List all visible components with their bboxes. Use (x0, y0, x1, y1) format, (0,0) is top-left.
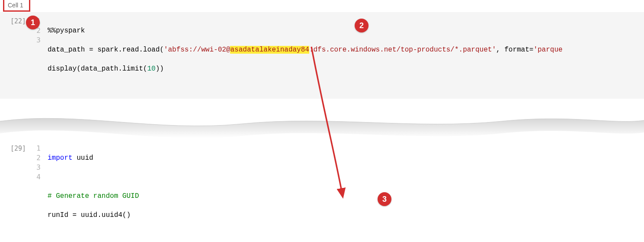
cell-mid-code[interactable]: import uuid # Generate random GUID runId… (48, 144, 644, 239)
code-line (48, 172, 644, 182)
wave-separator (0, 112, 644, 142)
code-line: %%pyspark (48, 26, 644, 35)
code-line: import uuid (48, 153, 644, 163)
cell-mid-code-block[interactable]: [29] 1 2 3 4 import uuid # Generate rand… (0, 139, 644, 242)
callout-2: 2 (355, 19, 368, 32)
cell1-highlight-box (3, 0, 30, 12)
highlighted-storage-1: asadatalakeinaday84 (230, 46, 309, 54)
code-line: runId = uuid.uuid4() (48, 210, 644, 220)
code-line: # Generate random GUID (48, 191, 644, 201)
cell1-code[interactable]: %%pyspark data_path = spark.read.load('a… (48, 16, 644, 93)
code-line: data_path = spark.read.load('abfss://wwi… (48, 45, 644, 55)
cell-mid-exec-count: [29] (0, 144, 30, 152)
callout-3: 3 (378, 192, 391, 206)
cell-mid-line-numbers: 1 2 3 4 (30, 144, 48, 182)
cell1-code-block[interactable]: [22] 1 2 3 %%pyspark data_path = spark.r… (0, 12, 644, 99)
callout-1: 1 (26, 16, 40, 29)
code-line: display(data_path.limit(10)) (48, 64, 644, 74)
